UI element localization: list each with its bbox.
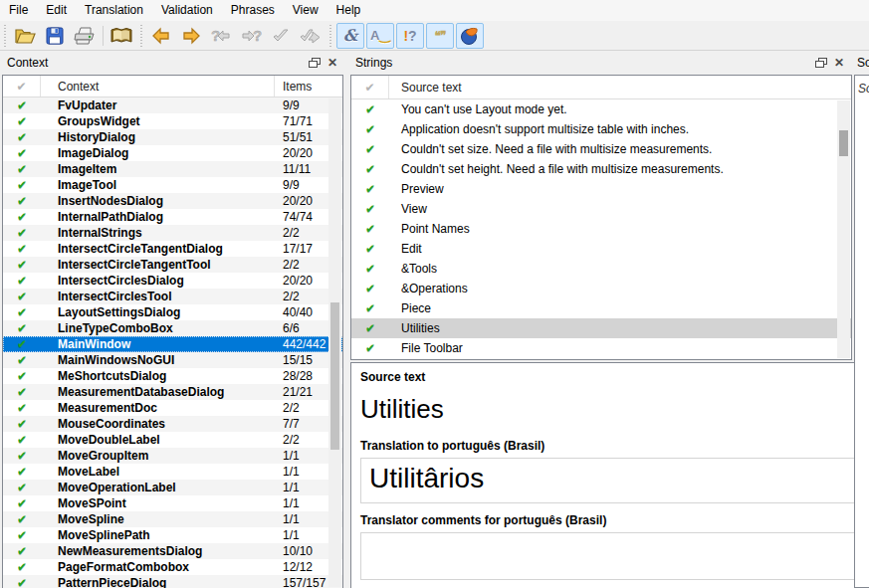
context-name: LineTypeComboBox xyxy=(41,321,275,335)
context-name: IntersectCircleTangentTool xyxy=(41,258,275,272)
string-row[interactable]: ✔ &Operations xyxy=(351,279,851,298)
toggle-phrase-matches-button[interactable]: !? xyxy=(396,23,424,49)
context-row[interactable]: ✔ NewMeasurementsDialog 10/10 xyxy=(3,543,342,559)
strings-scrollbar-thumb[interactable] xyxy=(839,130,848,156)
phrase-book-button[interactable] xyxy=(108,23,135,49)
strings-scrollbar[interactable] xyxy=(837,100,850,358)
strings-list-header[interactable]: ✔ Source text xyxy=(351,76,851,99)
context-row[interactable]: ✔ LayoutSettingsDialog 40/40 xyxy=(3,304,342,320)
context-scrollbar[interactable] xyxy=(328,98,341,587)
context-name: PatternPieceDialog xyxy=(41,576,275,588)
next-unfinished-button[interactable]: ? xyxy=(237,23,265,49)
done-next-icon xyxy=(299,26,323,46)
context-row[interactable]: ✔ IntersectCircleTangentDialog 17/17 xyxy=(3,241,342,257)
toggle-place-markers-button[interactable] xyxy=(456,23,484,49)
done-check-icon: ✔ xyxy=(17,242,27,256)
translator-comments-input[interactable] xyxy=(360,532,869,580)
context-row[interactable]: ✔ ImageDialog 20/20 xyxy=(3,145,342,161)
context-row[interactable]: ✔ MoveSpline 1/1 xyxy=(3,511,342,527)
context-name: ImageDialog xyxy=(41,146,275,160)
string-row[interactable]: ✔ &Tools xyxy=(351,259,851,279)
string-row[interactable]: ✔ Preview xyxy=(351,179,851,199)
context-row[interactable]: ✔ InternalStrings 2/2 xyxy=(3,225,342,241)
context-panel-title: Context xyxy=(7,56,306,70)
toggle-quotes-button[interactable]: ❝❞ xyxy=(426,23,454,49)
done-check-icon: ✔ xyxy=(17,560,27,574)
menu-translation[interactable]: Translation xyxy=(76,0,152,21)
string-row[interactable]: ✔ You can't use Layout mode yet. xyxy=(351,99,851,119)
next-button[interactable] xyxy=(177,23,205,49)
string-row[interactable]: ✔ Couldn't set size. Need a file with mu… xyxy=(351,139,851,159)
done-and-next-button[interactable] xyxy=(297,23,325,49)
context-row[interactable]: ✔ ImageTool 9/9 xyxy=(3,177,342,193)
float-panel-button[interactable] xyxy=(812,55,830,71)
context-row[interactable]: ✔ InsertNodesDialog 20/20 xyxy=(3,193,342,209)
menu-edit[interactable]: Edit xyxy=(37,0,76,21)
string-row[interactable]: ✔ File Toolbar xyxy=(351,338,851,358)
menu-bar: File Edit Translation Validation Phrases… xyxy=(0,0,869,21)
context-row[interactable]: ✔ IntersectCirclesTool 2/2 xyxy=(3,289,342,304)
context-name: MeasurementDatabaseDialog xyxy=(41,385,275,399)
context-row[interactable]: ✔ InternalPathDialog 74/74 xyxy=(3,209,342,225)
context-row[interactable]: ✔ MouseCoordinates 7/7 xyxy=(3,416,342,432)
context-row[interactable]: ✔ MoveOperationLabel 1/1 xyxy=(3,480,342,495)
toggle-accelerators-button[interactable]: & xyxy=(336,23,364,49)
toolbar-drag-handle[interactable] xyxy=(138,25,144,47)
prev-unfinished-button[interactable]: ? xyxy=(207,23,235,49)
context-row[interactable]: ✔ MeasurementDatabaseDialog 21/21 xyxy=(3,384,342,400)
context-row[interactable]: ✔ MoveGroupItem 1/1 xyxy=(3,448,342,464)
context-row[interactable]: ✔ MoveSplinePath 1/1 xyxy=(3,527,342,543)
context-row[interactable]: ✔ MeShortcutsDialog 28/28 xyxy=(3,368,342,384)
items-column-header[interactable]: Items xyxy=(275,80,342,94)
toggle-ending-punctuation-button[interactable]: A‿ xyxy=(366,23,394,49)
context-table-header[interactable]: ✔ Context Items xyxy=(3,76,342,98)
string-row[interactable]: ✔ Piece xyxy=(351,298,851,318)
source-string: Edit xyxy=(389,242,851,256)
context-row[interactable]: ✔ MainWindowsNoGUI 15/15 xyxy=(3,352,342,368)
float-panel-button[interactable] xyxy=(306,55,324,71)
translation-editor: Source text Utilities Translation to por… xyxy=(350,362,869,588)
context-name: MeasurementDoc xyxy=(41,401,275,415)
string-row[interactable]: ✔ Utilities xyxy=(351,318,851,338)
open-file-button[interactable] xyxy=(11,23,39,49)
context-row[interactable]: ✔ PageFormatCombobox 12/12 xyxy=(3,559,342,575)
menu-validation[interactable]: Validation xyxy=(152,0,222,21)
context-row[interactable]: ✔ IntersectCirclesDialog 20/20 xyxy=(3,273,342,289)
menu-help[interactable]: Help xyxy=(327,0,370,21)
context-row[interactable]: ✔ FvUpdater 9/9 xyxy=(3,98,342,113)
prev-button[interactable] xyxy=(147,23,175,49)
translation-input[interactable]: Utilitârios xyxy=(361,459,869,502)
close-panel-button[interactable]: ✕ xyxy=(324,55,341,71)
toolbar-drag-handle[interactable] xyxy=(327,25,333,47)
close-panel-button[interactable]: ✕ xyxy=(830,55,848,71)
string-row[interactable]: ✔ Couldn't set height. Need a file with … xyxy=(351,159,851,179)
context-column-header[interactable]: Context xyxy=(41,76,275,97)
context-name: MeShortcutsDialog xyxy=(41,369,275,383)
context-row[interactable]: ✔ ImageItem 11/11 xyxy=(3,161,342,177)
context-scrollbar-thumb[interactable] xyxy=(330,302,339,450)
done-button[interactable] xyxy=(267,23,295,49)
string-row[interactable]: ✔ View xyxy=(351,199,851,219)
context-row[interactable]: ✔ IntersectCircleTangentTool 2/2 xyxy=(3,257,342,273)
context-row[interactable]: ✔ LineTypeComboBox 6/6 xyxy=(3,320,342,336)
context-row[interactable]: ✔ GroupsWidget 71/71 xyxy=(3,113,342,129)
toolbar-drag-handle[interactable] xyxy=(2,25,8,47)
context-row[interactable]: ✔ MoveDoubleLabel 2/2 xyxy=(3,432,342,448)
menu-file[interactable]: File xyxy=(0,0,37,21)
source-text-column-header[interactable]: Source text xyxy=(389,81,851,95)
context-row[interactable]: ✔ HistoryDialog 51/51 xyxy=(3,129,342,145)
string-row[interactable]: ✔ Point Names xyxy=(351,219,851,239)
save-file-button[interactable] xyxy=(41,23,69,49)
context-row[interactable]: ✔ MoveSPoint 1/1 xyxy=(3,495,342,511)
menu-phrases[interactable]: Phrases xyxy=(222,0,284,21)
context-row[interactable]: ✔ MeasurementDoc 2/2 xyxy=(3,400,342,416)
print-button[interactable] xyxy=(71,23,99,49)
context-row[interactable]: ✔ MoveLabel 1/1 xyxy=(3,464,342,480)
context-row[interactable]: ✔ PatternPieceDialog 157/157 xyxy=(3,575,342,588)
menu-view[interactable]: View xyxy=(284,0,327,21)
string-row[interactable]: ✔ Edit xyxy=(351,239,851,259)
ending-punctuation-icon: A‿ xyxy=(370,29,390,42)
context-name: MainWindow xyxy=(41,337,275,351)
context-row[interactable]: ✔ MainWindow 442/442 xyxy=(3,336,342,352)
string-row[interactable]: ✔ Application doesn't support multisize … xyxy=(351,119,851,139)
